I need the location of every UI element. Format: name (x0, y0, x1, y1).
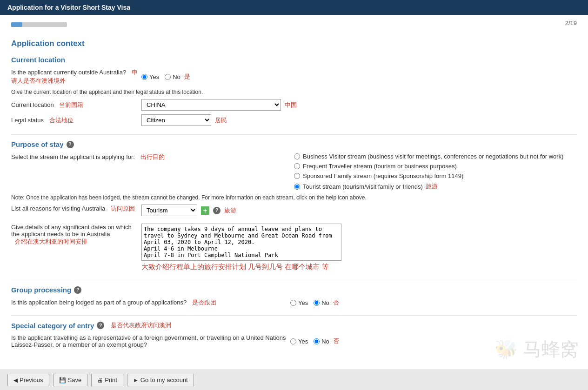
current-location-title: Current location (11, 56, 577, 64)
app-title: Application for a Visitor Short Stay Vis… (7, 4, 130, 11)
special-label: Is the applicant travelling as a represe… (11, 334, 290, 348)
stream-annotation: 旅游 (426, 182, 438, 191)
select-stream-label: Select the stream the applicant is apply… (11, 153, 290, 191)
select-stream-annotation: 出行目的 (140, 153, 165, 160)
group-processing-section: Group processing ? Is this application b… (11, 286, 577, 307)
group-annotation: 是否跟团 (192, 299, 216, 306)
legal-status-answer: 居民 (215, 116, 227, 125)
special-input: Yes No 否 (290, 337, 577, 345)
stream-option-4: Tourist stream (tourism/visit family or … (294, 182, 563, 191)
purpose-section: Purpose of stay ? Select the stream the … (11, 140, 577, 271)
outside-australia-row: Is the applicant currently outside Austr… (11, 68, 577, 85)
special-yes-label[interactable]: Yes (290, 338, 308, 345)
stream-radio-4[interactable] (294, 184, 300, 190)
group-label: Is this application being lodged as part… (11, 298, 290, 307)
special-category-title: Special category of entry (11, 322, 94, 330)
outside-no-radio[interactable] (165, 74, 171, 80)
stream-radio-3[interactable] (294, 173, 300, 179)
group-row: Is this application being lodged as part… (11, 298, 577, 307)
legal-status-annotation: 合法地位 (49, 117, 74, 124)
outside-australia-label: Is the applicant currently outside Austr… (11, 68, 141, 85)
country-answer: 中国 (285, 101, 297, 109)
legal-status-label: Legal status 合法地位 (11, 116, 141, 125)
tourism-annotation: 旅游 (224, 206, 236, 215)
group-help-icon[interactable]: ? (74, 286, 81, 294)
outside-answer: 是 (184, 73, 190, 81)
group-radio-group: Yes No (290, 299, 329, 306)
group-answer: 否 (333, 298, 339, 307)
current-location-section: Current location Is the applicant curren… (11, 56, 577, 126)
special-no-label[interactable]: No (314, 338, 329, 345)
special-radio-group: Yes No (290, 338, 329, 345)
special-no-radio[interactable] (314, 338, 320, 344)
stream-option-2: Frequent Traveller stream (tourism or bu… (294, 163, 563, 170)
dates-long-annotation: 大致介绍行程单上的旅行安排计划 几号到几号 在哪个城市 等 (141, 263, 329, 271)
dates-textarea[interactable]: The company takes 9 days of annual leave… (141, 224, 341, 261)
legal-status-row: Legal status 合法地位 Citizen 居民 (11, 114, 577, 126)
stream-option-1: Business Visitor stream (business visit … (294, 153, 563, 160)
stream-options: Business Visitor stream (business visit … (294, 153, 563, 191)
title-bar: Application for a Visitor Short Stay Vis… (0, 0, 588, 15)
progress-bar (11, 22, 67, 27)
outside-australia-input: Yes No 是 (141, 73, 577, 81)
special-category-section: Special category of entry ? 是否代表政府访问澳洲 I… (11, 321, 577, 348)
section-title: Application context (11, 39, 577, 48)
visit-reasons-row: List all reasons for visiting Australia … (11, 205, 577, 220)
dates-input: The company takes 9 days of annual leave… (141, 224, 577, 271)
visit-reasons-annotation: 访问原因 (111, 205, 135, 212)
page-counter: 2/19 (565, 20, 577, 26)
current-location-annotation: 当前国籍 (59, 101, 83, 108)
special-row: Is the applicant travelling as a represe… (11, 334, 577, 348)
group-yes-label[interactable]: Yes (290, 299, 308, 306)
group-no-label[interactable]: No (314, 299, 329, 306)
tourism-row: Tourism + ? 旅游 (141, 205, 236, 216)
tourism-select[interactable]: Tourism (141, 205, 197, 216)
purpose-help-icon[interactable]: ? (67, 141, 74, 148)
country-select[interactable]: CHINA (141, 99, 281, 111)
reasons-help-icon[interactable]: ? (213, 207, 220, 214)
visit-reasons-label: List all reasons for visiting Australia … (11, 205, 141, 213)
current-location-label: Current location 当前国籍 (11, 101, 141, 109)
stream-note: Note: Once the application has been lodg… (11, 194, 577, 201)
special-yes-radio[interactable] (290, 338, 296, 344)
stream-radio-2[interactable] (294, 163, 300, 169)
dates-annotation: 介绍在澳大利亚的时间安排 (15, 238, 141, 246)
stream-option-3: Sponsored Family stream (requires Sponso… (294, 172, 563, 179)
add-reason-button[interactable]: + (201, 206, 209, 215)
legal-status-input: Citizen 居民 (141, 114, 577, 126)
outside-radio-group: Yes No (141, 73, 180, 80)
dates-label: Give details of any significant dates on… (11, 224, 141, 246)
outside-yes-label[interactable]: Yes (141, 73, 159, 80)
select-stream-row: Select the stream the applicant is apply… (11, 153, 577, 191)
group-yes-radio[interactable] (290, 300, 296, 306)
special-answer: 否 (333, 337, 339, 345)
legal-status-select[interactable]: Citizen (141, 114, 211, 126)
special-help-icon[interactable]: ? (97, 322, 104, 329)
current-location-input: CHINA 中国 (141, 99, 577, 111)
visit-reasons-input: Tourism + ? 旅游 (141, 205, 577, 220)
dates-row: Give details of any significant dates on… (11, 224, 577, 271)
stream-radio-1[interactable] (294, 153, 300, 159)
outside-no-label[interactable]: No (165, 73, 180, 80)
current-location-row: Current location 当前国籍 CHINA 中国 (11, 99, 577, 111)
outside-yes-radio[interactable] (141, 74, 147, 80)
location-details-desc: Give the current location of the applica… (11, 89, 577, 95)
group-processing-title: Group processing (11, 286, 71, 294)
group-no-radio[interactable] (314, 300, 320, 306)
group-input: Yes No 否 (290, 298, 577, 307)
purpose-title: Purpose of stay (11, 140, 64, 148)
special-annotation: 是否代表政府访问澳洲 (111, 321, 171, 330)
